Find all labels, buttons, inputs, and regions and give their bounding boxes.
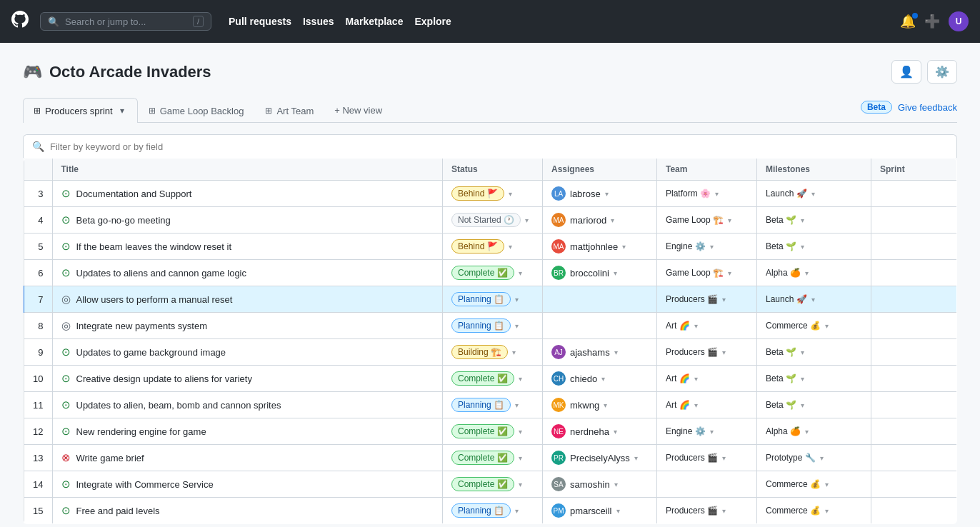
title-cell[interactable]: ⊙ Updates to aliens and cannon game logi… — [52, 260, 443, 286]
milestone-cell[interactable]: Beta 🌱 ▾ — [757, 207, 871, 234]
team-dropdown-btn[interactable]: ▾ — [709, 243, 715, 251]
milestone-cell[interactable]: Beta 🌱 ▾ — [757, 339, 871, 366]
team-cell[interactable]: Engine ⚙️ ▾ — [657, 418, 757, 445]
sprint-cell[interactable] — [871, 498, 957, 524]
team-dropdown-btn[interactable]: ▾ — [714, 190, 720, 198]
title-cell[interactable]: ◎ Integrate new payments system — [52, 313, 443, 339]
status-cell[interactable]: Building 🏗️ ▾ — [443, 339, 543, 366]
table-row[interactable]: 13 ⊗ Write game brief Complete ✅ ▾ PR Pr… — [24, 445, 957, 471]
title-cell[interactable]: ⊙ If the beam leaves the window reset it — [52, 234, 443, 260]
milestone-cell[interactable]: Beta 🌱 ▾ — [757, 392, 871, 418]
title-cell[interactable]: ◎ Allow users to perform a manual reset — [52, 286, 443, 313]
team-dropdown-btn[interactable]: ▾ — [721, 454, 727, 462]
milestone-dropdown-btn[interactable]: ▾ — [799, 348, 806, 356]
status-dropdown-btn[interactable]: ▾ — [507, 190, 514, 198]
team-cell[interactable]: Producers 🎬 ▾ — [657, 445, 757, 471]
milestone-dropdown-btn[interactable]: ▾ — [824, 507, 830, 515]
give-feedback-link[interactable]: Give feedback — [898, 102, 957, 113]
status-dropdown-btn[interactable]: ▾ — [517, 375, 524, 383]
sprint-cell[interactable] — [871, 260, 957, 286]
tab-game-loop-backlog[interactable]: ⊞ Game Loop Backlog — [138, 99, 255, 122]
milestone-cell[interactable]: Prototype 🔧 ▾ — [757, 445, 871, 471]
table-row[interactable]: 7 ◎ Allow users to perform a manual rese… — [24, 286, 957, 313]
sprint-cell[interactable] — [871, 392, 957, 418]
assignee-dropdown-btn[interactable]: ▾ — [612, 428, 619, 436]
assignee-dropdown-btn[interactable]: ▾ — [602, 401, 609, 409]
milestone-dropdown-btn[interactable]: ▾ — [824, 481, 830, 488]
sprint-cell[interactable] — [871, 286, 957, 313]
table-row[interactable]: 14 ⊙ Integrate with Commerce Service Com… — [24, 471, 957, 498]
title-cell[interactable]: ⊙ New rendering engine for game — [52, 418, 443, 445]
milestone-cell[interactable]: Beta 🌱 ▾ — [757, 366, 871, 392]
status-cell[interactable]: Complete ✅ ▾ — [443, 445, 543, 471]
status-cell[interactable]: Planning 📋 ▾ — [443, 286, 543, 313]
new-view-button[interactable]: + New view — [324, 99, 392, 121]
team-dropdown-btn[interactable]: ▾ — [721, 507, 727, 515]
table-row[interactable]: 6 ⊙ Updates to aliens and cannon game lo… — [24, 260, 957, 286]
team-dropdown-btn[interactable]: ▾ — [721, 348, 727, 356]
status-cell[interactable]: Planning 📋 ▾ — [443, 498, 543, 524]
assignees-cell[interactable]: BR broccolini ▾ — [543, 260, 657, 286]
status-dropdown-btn[interactable]: ▾ — [524, 216, 530, 224]
assignees-cell[interactable]: AJ ajashams ▾ — [543, 339, 657, 366]
col-status[interactable]: Status — [443, 159, 543, 181]
table-row[interactable]: 3 ⊙ Documentation and Support Behind 🚩 ▾… — [24, 181, 957, 207]
col-sprint[interactable]: Sprint — [871, 159, 957, 181]
status-dropdown-btn[interactable]: ▾ — [517, 428, 524, 436]
status-dropdown-btn[interactable]: ▾ — [514, 296, 520, 303]
status-dropdown-btn[interactable]: ▾ — [517, 269, 524, 277]
assignees-cell[interactable]: LA labrose ▾ — [543, 181, 657, 207]
col-title[interactable]: Title — [52, 159, 443, 181]
sprint-cell[interactable] — [871, 234, 957, 260]
create-new-button[interactable]: ➕ — [924, 14, 940, 29]
assignee-dropdown-btn[interactable]: ▾ — [621, 243, 627, 251]
assignees-cell[interactable]: CH chiedo ▾ — [543, 366, 657, 392]
status-dropdown-btn[interactable]: ▾ — [511, 348, 517, 356]
status-cell[interactable]: Not Started 🕐 ▾ — [443, 207, 543, 234]
status-cell[interactable]: Complete ✅ ▾ — [443, 418, 543, 445]
assignee-dropdown-btn[interactable]: ▾ — [615, 507, 621, 515]
notifications-button[interactable]: 🔔 — [900, 14, 916, 29]
team-cell[interactable]: Producers 🎬 ▾ — [657, 339, 757, 366]
milestone-cell[interactable]: Beta 🌱 ▾ — [757, 234, 871, 260]
team-dropdown-btn[interactable]: ▾ — [693, 401, 699, 409]
assignee-dropdown-btn[interactable]: ▾ — [633, 454, 639, 462]
milestone-dropdown-btn[interactable]: ▾ — [819, 454, 825, 462]
status-cell[interactable]: Complete ✅ ▾ — [443, 260, 543, 286]
milestone-cell[interactable]: Commerce 💰 ▾ — [757, 313, 871, 339]
milestone-dropdown-btn[interactable]: ▾ — [799, 216, 806, 224]
team-cell[interactable]: Engine ⚙️ ▾ — [657, 234, 757, 260]
tab-producers-dropdown[interactable]: ▾ — [117, 104, 127, 117]
title-cell[interactable]: ⊗ Write game brief — [52, 445, 443, 471]
title-cell[interactable]: ⊙ Integrate with Commerce Service — [52, 471, 443, 498]
assignees-cell[interactable]: MK mkwng ▾ — [543, 392, 657, 418]
status-cell[interactable]: Planning 📋 ▾ — [443, 392, 543, 418]
status-cell[interactable]: Planning 📋 ▾ — [443, 313, 543, 339]
github-logo-icon[interactable] — [11, 11, 29, 32]
assignees-cell[interactable] — [543, 313, 657, 339]
sprint-cell[interactable] — [871, 445, 957, 471]
assignee-dropdown-btn[interactable]: ▾ — [609, 216, 616, 224]
sprint-cell[interactable] — [871, 339, 957, 366]
sprint-cell[interactable] — [871, 207, 957, 234]
table-row[interactable]: 11 ⊙ Updates to alien, beam, bomb and ca… — [24, 392, 957, 418]
assignee-dropdown-btn[interactable]: ▾ — [613, 481, 619, 488]
status-cell[interactable]: Complete ✅ ▾ — [443, 471, 543, 498]
team-cell[interactable]: Game Loop 🏗️ ▾ — [657, 207, 757, 234]
milestone-cell[interactable]: Alpha 🍊 ▾ — [757, 260, 871, 286]
milestone-cell[interactable]: Alpha 🍊 ▾ — [757, 418, 871, 445]
team-cell[interactable]: Art 🌈 ▾ — [657, 313, 757, 339]
team-dropdown-btn[interactable]: ▾ — [726, 216, 733, 224]
assignee-dropdown-btn[interactable]: ▾ — [612, 269, 619, 277]
title-cell[interactable]: ⊙ Updates to game background image — [52, 339, 443, 366]
sprint-cell[interactable] — [871, 313, 957, 339]
sprint-cell[interactable] — [871, 418, 957, 445]
filter-input[interactable] — [50, 141, 948, 152]
status-cell[interactable]: Behind 🚩 ▾ — [443, 181, 543, 207]
status-dropdown-btn[interactable]: ▾ — [507, 243, 514, 251]
nav-marketplace[interactable]: Marketplace — [346, 16, 404, 27]
tab-producers-sprint[interactable]: ⊞ Producers sprint ▾ — [23, 98, 138, 123]
table-row[interactable]: 8 ◎ Integrate new payments system Planni… — [24, 313, 957, 339]
tab-art-team[interactable]: ⊞ Art Team — [254, 99, 324, 122]
title-cell[interactable]: ⊙ Beta go-no-go meeting — [52, 207, 443, 234]
